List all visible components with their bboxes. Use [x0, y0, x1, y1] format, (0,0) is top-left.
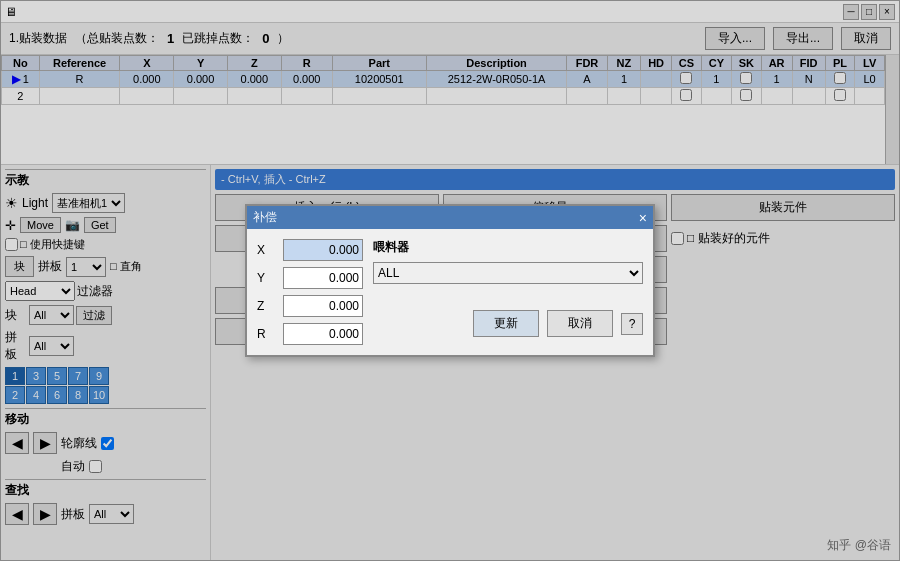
modal-left: X Y Z R: [257, 239, 363, 345]
modal-field-y: Y: [257, 267, 363, 289]
modal-z-label: Z: [257, 299, 277, 313]
modal-buttons-row: 更新 取消 ?: [373, 310, 643, 337]
modal-title-bar: 补偿 ×: [247, 206, 653, 229]
modal-buchange: 补偿 × X Y Z: [245, 204, 655, 357]
modal-close-button[interactable]: ×: [639, 211, 647, 225]
modal-field-r: R: [257, 323, 363, 345]
modal-help-button[interactable]: ?: [621, 313, 643, 335]
modal-z-input[interactable]: [283, 295, 363, 317]
modal-r-label: R: [257, 327, 277, 341]
modal-overlay: 补偿 × X Y Z: [1, 1, 899, 560]
modal-body: X Y Z R: [247, 229, 653, 355]
modal-field-x: X: [257, 239, 363, 261]
modal-y-label: Y: [257, 271, 277, 285]
modal-cancel-button[interactable]: 取消: [547, 310, 613, 337]
modal-y-input[interactable]: [283, 267, 363, 289]
modal-r-input[interactable]: [283, 323, 363, 345]
modal-feeder-label: 喂料器: [373, 239, 409, 256]
modal-right: 喂料器 ALL 更新 取消 ?: [373, 239, 643, 345]
modal-title-text: 补偿: [253, 209, 277, 226]
modal-update-button[interactable]: 更新: [473, 310, 539, 337]
modal-x-label: X: [257, 243, 277, 257]
modal-feeder-select[interactable]: ALL: [373, 262, 643, 284]
modal-right-top: 喂料器: [373, 239, 643, 256]
modal-x-input[interactable]: [283, 239, 363, 261]
modal-field-z: Z: [257, 295, 363, 317]
modal-select-row: ALL: [373, 262, 643, 284]
